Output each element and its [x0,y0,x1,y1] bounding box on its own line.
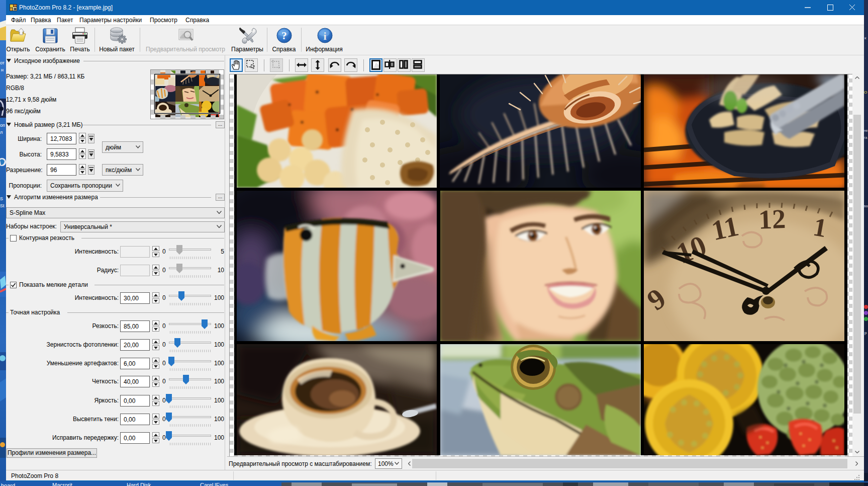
svg-text:от: от [0,60,5,65]
svg-text:оп: оп [0,123,5,128]
svg-text:га: га [864,136,867,139]
svg-text:p: p [864,331,867,335]
svg-text:12: 12 [758,204,786,235]
svg-text:не: не [864,129,868,132]
svg-text:н: н [1,67,4,72]
svg-text:CareUEyes: CareUEyes [200,482,229,486]
svg-text:Hard Disk: Hard Disk [127,482,151,486]
svg-text:ва: ва [864,204,868,208]
svg-text:S: S [0,196,3,201]
svg-text:к: к [864,36,866,40]
svg-text:Macrorit: Macrorit [52,482,72,486]
svg-text:О: О [864,90,867,95]
svg-text:i: i [323,30,326,42]
svg-text:St: St [0,203,5,208]
svg-text:?: ? [281,30,287,42]
svg-text:board: board [1,482,15,486]
svg-text:л: л [0,130,3,135]
